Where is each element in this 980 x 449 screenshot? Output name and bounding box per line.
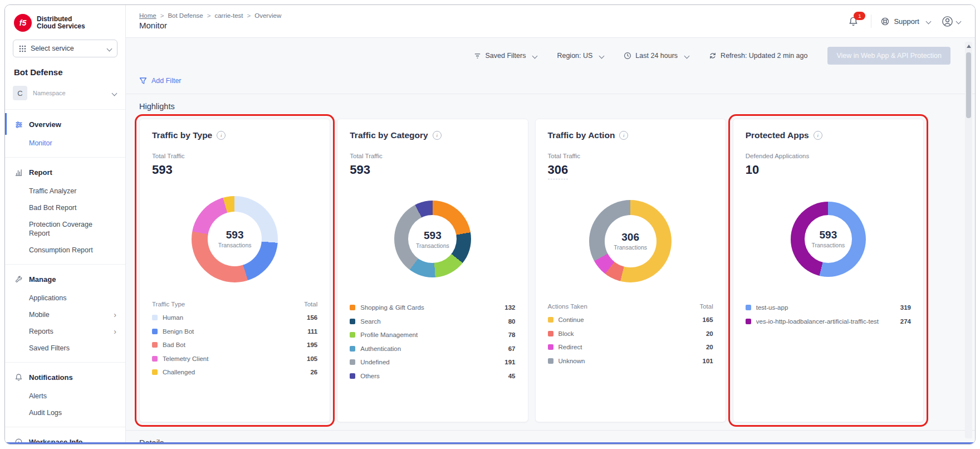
- donut-center-label: Transactions: [812, 242, 845, 248]
- legend-item-unknown[interactable]: Unknown101: [548, 354, 713, 368]
- account-menu[interactable]: [942, 16, 961, 27]
- sidebar-section-notifications[interactable]: Notifications: [5, 366, 125, 388]
- metric-value: 306: [548, 163, 569, 179]
- sidebar-section-manage[interactable]: Manage: [5, 268, 125, 290]
- time-range-dropdown[interactable]: Last 24 hours: [624, 52, 689, 60]
- legend-item-continue[interactable]: Continue165: [548, 313, 713, 327]
- manage-icon: [14, 275, 23, 284]
- window-bottom-edge: [5, 442, 975, 444]
- namespace-selector[interactable]: C Namespace: [5, 79, 125, 110]
- notifications-icon: [14, 373, 23, 382]
- select-service-dropdown[interactable]: Select service: [13, 40, 117, 57]
- legend-swatch: [152, 342, 158, 348]
- legend-item-ves-io-http-loadbalancer-artificial-traffic-test[interactable]: ves-io-http-loadbalancer-artificial-traf…: [746, 315, 911, 329]
- donut-center-label: Transactions: [416, 242, 449, 249]
- notifications-button[interactable]: 1: [845, 14, 862, 29]
- legend-label: Unknown: [558, 358, 698, 364]
- legend-item-profile-management[interactable]: Profile Management78: [350, 328, 515, 342]
- legend-value: 67: [508, 345, 516, 352]
- sidebar-item-mobile[interactable]: Mobile›: [5, 306, 125, 323]
- legend-item-human[interactable]: Human156: [152, 311, 317, 325]
- info-icon[interactable]: i: [619, 131, 628, 140]
- legend-label: Block: [558, 330, 701, 337]
- legend-total-header: Total: [304, 301, 317, 308]
- filter-list-icon: [474, 52, 481, 60]
- legend-swatch: [350, 319, 355, 324]
- breadcrumb-item-bot-defense[interactable]: Bot Defense: [168, 12, 203, 19]
- legend-item-redirect[interactable]: Redirect20: [548, 340, 713, 354]
- card-traffic-by-action: Traffic by ActioniTotal Traffic306306Tra…: [535, 119, 726, 422]
- donut-center-value: 593: [820, 229, 837, 241]
- legend-item-challenged[interactable]: Challenged26: [152, 365, 317, 379]
- legend-item-undefined[interactable]: Undefined191: [350, 355, 515, 369]
- sidebar-item-audit-logs[interactable]: Audit Logs: [5, 404, 125, 421]
- chevron-down-icon: [926, 18, 932, 24]
- sidebar-section-report[interactable]: Report: [5, 161, 125, 183]
- filter-toolbar: Saved Filters Region: US Last 24 hours: [126, 38, 975, 68]
- legend-swatch: [548, 331, 553, 336]
- legend-label: Authentication: [360, 345, 503, 352]
- legend-value: 132: [504, 304, 515, 311]
- breadcrumb-item-overview: Overview: [254, 12, 281, 19]
- donut-chart-traffic-by-action[interactable]: 306Transactions: [589, 200, 672, 282]
- support-label: Support: [894, 17, 919, 26]
- scroll-up-arrow[interactable]: [967, 45, 971, 48]
- scroll-thumb[interactable]: [966, 52, 971, 118]
- sidebar-section-overview[interactable]: Overview: [5, 113, 125, 135]
- sidebar-item-traffic-analyzer[interactable]: Traffic Analyzer: [5, 183, 125, 199]
- add-filter-button[interactable]: Add Filter: [151, 77, 182, 85]
- sidebar-item-saved-filters[interactable]: Saved Filters: [5, 340, 125, 357]
- view-in-waap-button[interactable]: View in Web App & API Protection: [827, 47, 950, 65]
- metric-value: 593: [152, 163, 173, 177]
- legend-item-block[interactable]: Block20: [548, 327, 713, 341]
- info-icon[interactable]: i: [217, 131, 226, 140]
- chevron-down-icon: [112, 90, 117, 96]
- sidebar-nav: OverviewMonitorReportTraffic AnalyzerBad…: [5, 110, 125, 444]
- vertical-scrollbar[interactable]: [965, 42, 972, 438]
- sidebar-item-alerts[interactable]: Alerts: [5, 388, 125, 404]
- donut-center-value: 593: [226, 229, 244, 241]
- breadcrumb-item-carrie-test[interactable]: carrie-test: [214, 12, 243, 19]
- legend-item-bad-bot[interactable]: Bad Bot195: [152, 338, 317, 352]
- sidebar-item-applications[interactable]: Applications: [5, 290, 125, 306]
- donut-chart-protected-apps[interactable]: 593Transactions: [791, 202, 866, 277]
- legend-item-shopping-gift-cards[interactable]: Shopping & Gift Cards132: [350, 301, 515, 315]
- sidebar-item-consumption-report[interactable]: Consumption Report: [5, 242, 125, 258]
- sidebar-item-bad-bot-report[interactable]: Bad Bot Report: [5, 199, 125, 216]
- donut-center-label: Transactions: [614, 244, 647, 251]
- legend-swatch: [548, 317, 553, 323]
- divider: [871, 14, 871, 28]
- donut-chart-traffic-by-category[interactable]: 593Transactions: [394, 201, 471, 277]
- brand-logo[interactable]: f5 Distributed Cloud Services: [5, 5, 125, 37]
- sidebar-item-monitor[interactable]: Monitor: [5, 135, 125, 152]
- legend-label: Benign Bot: [163, 328, 302, 335]
- grid-icon: [19, 45, 26, 52]
- legend-item-test-us-app[interactable]: test-us-app319: [746, 301, 911, 315]
- legend-value: 78: [508, 331, 516, 338]
- sidebar-item-reports[interactable]: Reports›: [5, 323, 125, 340]
- legend-item-others[interactable]: Others45: [350, 369, 515, 383]
- info-icon[interactable]: i: [433, 131, 442, 140]
- legend-item-benign-bot[interactable]: Benign Bot111: [152, 325, 317, 339]
- region-dropdown[interactable]: Region: US: [557, 52, 604, 60]
- legend-header: Actions Taken: [548, 303, 587, 310]
- refresh-button[interactable]: Refresh: Updated 2 min ago: [709, 52, 807, 60]
- legend-item-telemetry-client[interactable]: Telemetry Client105: [152, 352, 317, 366]
- legend-item-authentication[interactable]: Authentication67: [350, 342, 515, 356]
- sidebar-item-protection-coverage-report[interactable]: Protection Coverage Report: [5, 216, 125, 242]
- chevron-right-icon: ›: [114, 329, 116, 334]
- donut-chart-traffic-by-type[interactable]: 593Transactions: [192, 196, 278, 282]
- legend-swatch: [152, 315, 158, 320]
- breadcrumb-separator: >: [160, 12, 164, 19]
- legend-label: Telemetry Client: [163, 355, 302, 362]
- legend-label: Continue: [558, 316, 698, 323]
- namespace-label: Namespace: [33, 90, 109, 96]
- saved-filters-dropdown[interactable]: Saved Filters: [474, 52, 537, 60]
- legend-value: 105: [307, 355, 317, 362]
- support-menu[interactable]: Support: [880, 17, 930, 26]
- legend-item-search[interactable]: Search80: [350, 315, 515, 329]
- donut-center-value: 593: [424, 230, 442, 242]
- legend-label: test-us-app: [756, 304, 895, 311]
- breadcrumb-item-home[interactable]: Home: [139, 12, 156, 19]
- info-icon[interactable]: i: [814, 131, 822, 140]
